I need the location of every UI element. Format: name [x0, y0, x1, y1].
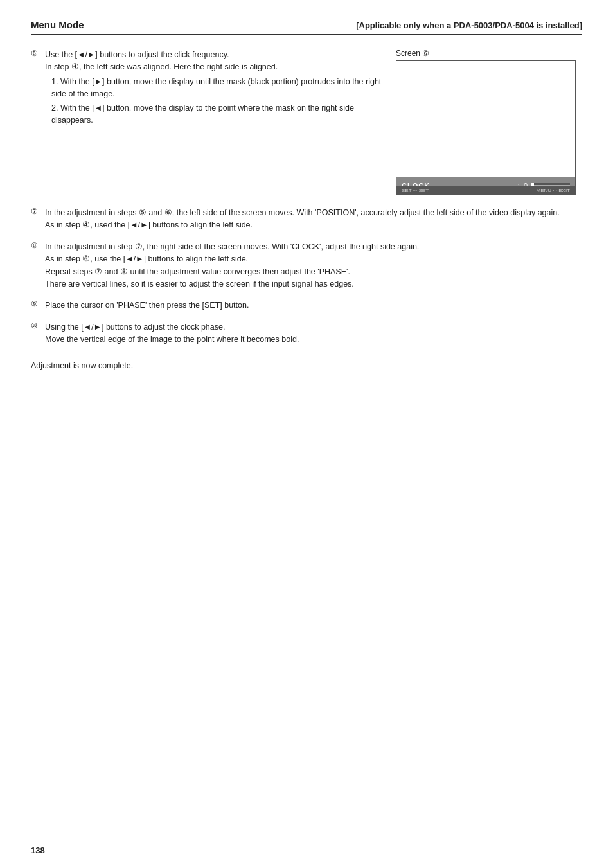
screen-label: Screen ⑥ [396, 49, 582, 58]
footer-text-container: Adjustment is now complete. [31, 360, 582, 372]
right-column: Screen ⑥ CLOCK : 0 SET ··· [396, 49, 582, 195]
step-10-num: ⑩ [31, 321, 42, 330]
step-8-num: ⑧ [31, 241, 42, 250]
step-8: ⑧ In the adjustment in step ⑦, the right… [31, 241, 582, 291]
menu-label: MENU ··· EXIT [537, 188, 570, 193]
step-8-text: In the adjustment in step ⑦, the right s… [45, 241, 419, 291]
step-7-text: In the adjustment in steps ⑤ and ⑥, the … [45, 207, 560, 232]
screen-box: CLOCK : 0 SET ··· SET MENU ··· EXIT [396, 60, 576, 195]
step-7: ⑦ In the adjustment in steps ⑤ and ⑥, th… [31, 207, 582, 232]
step-8-line: ⑧ In the adjustment in step ⑦, the right… [31, 241, 582, 291]
left-column: ⑥ Use the [◄/►] buttons to adjust the cl… [31, 49, 396, 195]
page: Menu Mode [Applicable only when a PDA-50… [0, 0, 613, 868]
step-7-num: ⑦ [31, 207, 42, 216]
header-left: Menu Mode [31, 19, 84, 30]
step-6-sub2: 2. With the [◄] button, move the display… [51, 102, 383, 127]
step-6: ⑥ Use the [◄/►] buttons to adjust the cl… [31, 49, 383, 127]
step-6-main: Use the [◄/►] buttons to adjust the clic… [45, 49, 278, 74]
footer-text: Adjustment is now complete. [31, 361, 133, 370]
full-width-steps: ⑦ In the adjustment in steps ⑤ and ⑥, th… [31, 207, 582, 373]
step-6-substeps: 1. With the [►] button, move the display… [51, 76, 383, 127]
screen-sub-bar: SET ··· SET MENU ··· EXIT [396, 186, 575, 195]
step-7-line: ⑦ In the adjustment in steps ⑤ and ⑥, th… [31, 207, 582, 232]
header-right: [Applicable only when a PDA-5003/PDA-500… [356, 21, 582, 30]
step-9-line: ⑨ Place the cursor on 'PHASE' then press… [31, 299, 582, 312]
step-6-sub1: 1. With the [►] button, move the display… [51, 76, 383, 101]
content-area: ⑥ Use the [◄/►] buttons to adjust the cl… [31, 49, 582, 195]
page-number: 138 [31, 846, 45, 855]
set-label: SET ··· SET [402, 188, 429, 193]
page-header: Menu Mode [Applicable only when a PDA-50… [31, 19, 582, 35]
step-9: ⑨ Place the cursor on 'PHASE' then press… [31, 299, 582, 312]
step-10-text: Using the [◄/►] buttons to adjust the cl… [45, 321, 299, 346]
step-9-text: Place the cursor on 'PHASE' then press t… [45, 299, 249, 312]
step-6-num: ⑥ [31, 49, 42, 58]
step-9-num: ⑨ [31, 299, 42, 308]
step-6-line: ⑥ Use the [◄/►] buttons to adjust the cl… [31, 49, 383, 74]
step-10: ⑩ Using the [◄/►] buttons to adjust the … [31, 321, 582, 346]
step-10-line: ⑩ Using the [◄/►] buttons to adjust the … [31, 321, 582, 346]
